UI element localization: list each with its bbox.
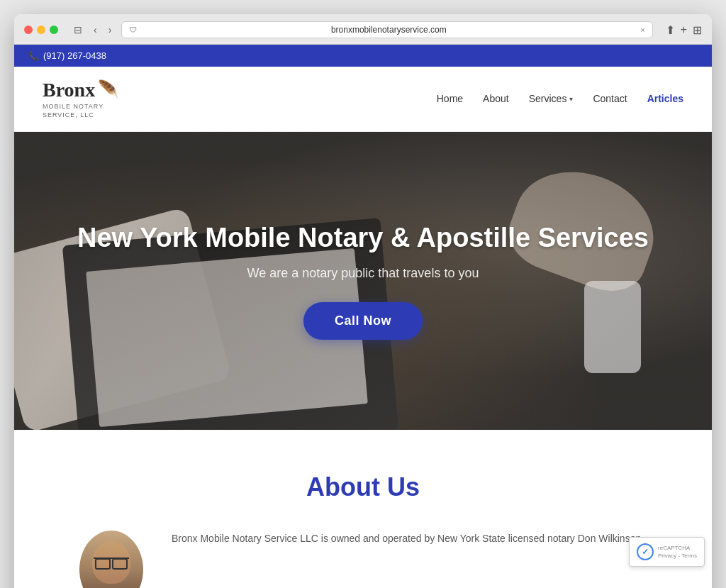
browser-dots [24,26,58,34]
back-button[interactable]: ‹ [91,23,100,37]
avatar-glasses [94,558,129,563]
nav-articles[interactable]: Articles [647,93,683,104]
hero-subtitle: We are a notary public that travels to y… [77,266,649,281]
new-tab-button[interactable]: + [681,23,687,36]
logo-area: Bronx 🪶 MOBILE NOTARY SERVICE, LLC [43,78,119,120]
url-text: bronxmobilenotaryservice.com [141,25,636,35]
site-nav: Home About Services ▾ Contact Articles [437,93,683,104]
logo-main: Bronx 🪶 [43,78,119,102]
logo-sub: MOBILE NOTARY SERVICE, LLC [43,102,119,120]
recaptcha-badge: ✓ reCAPTCHA Privacy - Terms [629,537,705,567]
nav-about[interactable]: About [483,93,509,104]
site-content: 📞 (917) 267-0438 Bronx 🪶 MOBILE NOTARY S… [14,45,712,588]
nav-services[interactable]: Services ▾ [529,93,574,104]
forward-button[interactable]: › [106,23,115,37]
phone-icon: 📞 [28,51,39,61]
grid-button[interactable]: ⊞ [693,23,702,37]
address-bar[interactable]: 🛡 bronxmobilenotaryservice.com × [121,21,652,38]
about-title: About Us [43,472,683,502]
close-tab-button[interactable]: × [640,26,644,34]
browser-titlebar: ⊟ ‹ › 🛡 bronxmobilenotaryservice.com × ⬆… [14,14,712,45]
recaptcha-logo: ✓ [637,543,654,560]
services-dropdown-arrow: ▾ [569,95,573,103]
nav-home[interactable]: Home [437,93,463,104]
close-dot[interactable] [24,26,33,34]
top-bar: 📞 (917) 267-0438 [14,45,712,67]
about-description: Bronx Mobile Notary Service LLC is owned… [172,531,644,548]
sidebar-toggle-button[interactable]: ⊟ [71,23,85,37]
nav-contact[interactable]: Contact [593,93,627,104]
about-content: Bronx Mobile Notary Service LLC is owned… [79,531,647,588]
feather-icon: 🪶 [98,79,119,100]
hero-title: New York Mobile Notary & Apostille Servi… [77,222,649,255]
hero-content: New York Mobile Notary & Apostille Servi… [49,222,677,340]
recaptcha-text: reCAPTCHA Privacy - Terms [658,544,697,560]
call-now-button[interactable]: Call Now [303,302,423,340]
browser-actions: ⬆ + ⊞ [666,23,702,37]
security-icon: 🛡 [129,26,137,34]
avatar [79,531,143,588]
browser-window: ⊟ ‹ › 🛡 bronxmobilenotaryservice.com × ⬆… [14,14,712,588]
share-button[interactable]: ⬆ [666,23,675,37]
hero-section: New York Mobile Notary & Apostille Servi… [14,132,712,430]
browser-controls: ⊟ ‹ › [71,23,114,37]
minimize-dot[interactable] [37,26,45,34]
site-header: Bronx 🪶 MOBILE NOTARY SERVICE, LLC Home … [14,67,712,132]
maximize-dot[interactable] [50,26,58,34]
about-section: About Us Bronx Mobile Notary Service LLC… [14,430,712,588]
top-bar-phone[interactable]: (917) 267-0438 [43,50,106,61]
logo-text: Bronx 🪶 MOBILE NOTARY SERVICE, LLC [43,78,119,120]
